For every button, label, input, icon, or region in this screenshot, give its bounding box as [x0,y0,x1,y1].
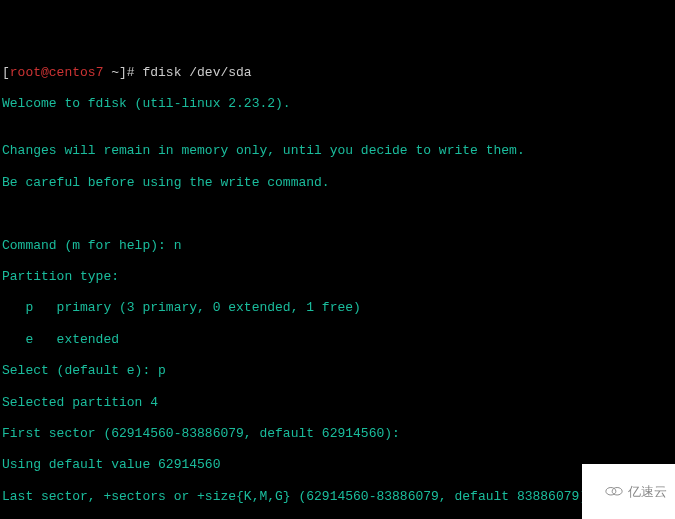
terminal-output-line: Command (m for help): n [2,238,673,254]
terminal-output-line: p primary (3 primary, 0 extended, 1 free… [2,300,673,316]
terminal-prompt-line: [root@centos7 ~]# fdisk /dev/sda [2,65,673,81]
terminal-output-line: Changes will remain in memory only, unti… [2,143,673,159]
terminal-output-line: First sector (62914560-83886079, default… [2,426,673,442]
terminal-output-line: Welcome to fdisk (util-linux 2.23.2). [2,96,673,112]
prompt-user-host: root@centos7 [10,65,104,80]
terminal-output-line: Using default value 62914560 [2,457,673,473]
watermark-badge: 亿速云 [582,464,675,519]
prompt-open-bracket: [ [2,65,10,80]
svg-point-0 [606,487,616,495]
terminal-output-line: Partition type: [2,269,673,285]
svg-point-1 [612,487,622,495]
watermark-text: 亿速云 [628,484,667,500]
prompt-path-close: ~]# [103,65,142,80]
terminal-output-line: Last sector, +sectors or +size{K,M,G} (6… [2,489,673,505]
prompt-command: fdisk /dev/sda [142,65,251,80]
terminal-output-line: Select (default e): p [2,363,673,379]
terminal-output-line: Selected partition 4 [2,395,673,411]
terminal-output-line: Be careful before using the write comman… [2,175,673,191]
terminal-output-line: e extended [2,332,673,348]
cloud-icon [590,467,624,516]
